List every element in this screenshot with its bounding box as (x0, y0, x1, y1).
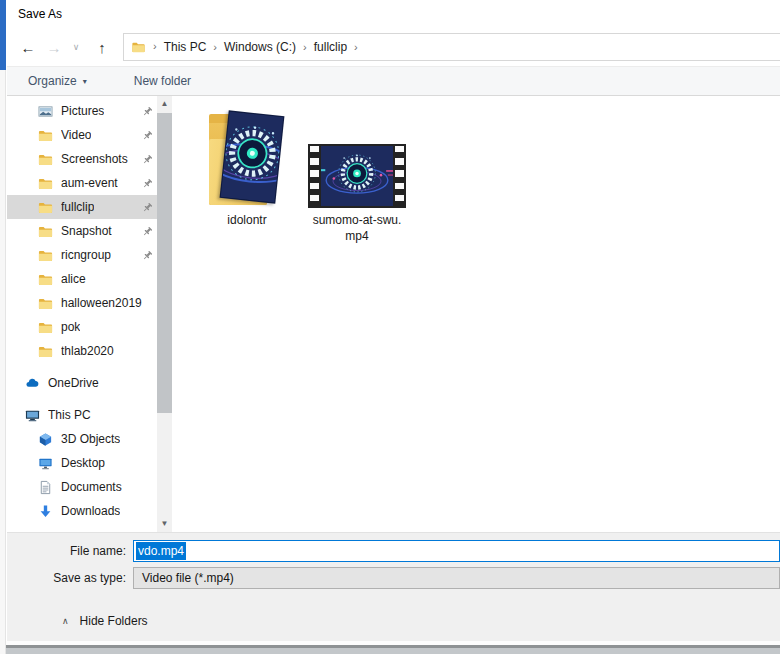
window-bottom-edge (0, 645, 780, 654)
sidebar-item-pictures[interactable]: Pictures (7, 99, 157, 123)
scrollbar-thumb[interactable] (157, 113, 172, 413)
file-label: sumomo-at-swu. mp4 (313, 212, 402, 244)
sidebar-item-label: This PC (48, 408, 91, 422)
chevron-up-icon: ∧ (62, 616, 69, 626)
folder-icon (37, 152, 54, 167)
window-title: Save As (18, 7, 62, 21)
folder-icon (37, 272, 54, 287)
recent-locations-chevron-icon[interactable]: ∨ (67, 43, 85, 52)
sidebar-item-label: thlab2020 (61, 344, 114, 358)
breadcrumb-chevron-icon: › (206, 41, 224, 53)
organize-label: Organize (28, 74, 77, 88)
scroll-down-icon[interactable]: ▼ (157, 516, 172, 532)
folder-icon (37, 320, 54, 335)
save-as-type-value: Video file (*.mp4) (142, 571, 234, 585)
sidebar-item-alice[interactable]: alice (7, 267, 157, 291)
folder-icon (37, 296, 54, 311)
sidebar-item-label: Downloads (61, 504, 120, 518)
sidebar-item-halloween2019[interactable]: halloween2019 (7, 291, 157, 315)
sidebar-item-downloads[interactable]: Downloads (7, 499, 157, 523)
downloads-icon (37, 504, 54, 519)
sidebar-item-label: pok (61, 320, 80, 334)
new-folder-button[interactable]: New folder (134, 74, 191, 88)
title-bar: Save As (7, 0, 780, 28)
sidebar-item-label: ricngroup (61, 248, 111, 262)
navigation-pane: Pictures Video Screenshots aum-event ful… (7, 96, 157, 532)
folder-icon (37, 248, 54, 263)
sidebar-item-snapshot[interactable]: Snapshot (7, 219, 157, 243)
breadcrumb-segment-windows-c-[interactable]: Windows (C:) › (224, 40, 314, 54)
sidebar-item-label: halloween2019 (61, 296, 142, 310)
sidebar-item-label: fullclip (61, 200, 94, 214)
sidebar-item-label: aum-event (61, 176, 118, 190)
sidebar-item-label: 3D Objects (61, 432, 120, 446)
save-as-type-dropdown[interactable]: Video file (*.mp4) (133, 567, 780, 589)
breadcrumb-segment-fullclip[interactable]: fullclip › (314, 40, 365, 54)
command-toolbar: Organize ▾ New folder (7, 66, 780, 96)
chevron-down-icon: ▾ (83, 77, 87, 86)
back-icon[interactable]: ← (15, 40, 41, 55)
sidebar-item-this-pc[interactable]: This PC (7, 403, 157, 427)
documents-icon (37, 480, 54, 495)
folder-icon (131, 40, 146, 54)
file-item-idolontr[interactable]: idolontr (194, 110, 300, 228)
sidebar-item-desktop[interactable]: Desktop (7, 451, 157, 475)
save-form-area: File name: vdo.mp4 Save as type: Video f… (7, 532, 780, 654)
file-item-sumomo-at-swu-mp4[interactable]: sumomo-at-swu. mp4 (304, 110, 410, 244)
breadcrumb-segment-this-pc[interactable]: This PC › (164, 40, 224, 54)
video-thumbnail-icon (308, 144, 406, 208)
hide-folders-button[interactable]: ∧ Hide Folders (58, 612, 152, 630)
pictures-icon (37, 104, 54, 119)
file-name-input[interactable]: vdo.mp4 (133, 540, 780, 562)
sidebar-item-pok[interactable]: pok (7, 315, 157, 339)
folder-icon (37, 200, 54, 215)
sidebar-item-onedrive[interactable]: OneDrive (7, 371, 157, 395)
sidebar-item-label: OneDrive (48, 376, 99, 390)
filmstrip-holes (395, 146, 404, 206)
pin-icon (141, 249, 154, 262)
window-left-border (0, 0, 6, 654)
file-label: idolontr (227, 212, 266, 228)
navigation-bar: ← → ∨ ↑ › This PC › Windows (C:) › fullc… (7, 28, 780, 66)
save-as-type-label: Save as type: (7, 571, 133, 585)
breadcrumb-chevron-icon: › (296, 41, 314, 53)
this-pc-icon (24, 408, 41, 423)
3d-objects-icon (37, 432, 54, 447)
address-bar[interactable]: › This PC › Windows (C:) › fullclip › (123, 33, 780, 61)
pin-icon (141, 153, 154, 166)
folder-thumbnail-icon (207, 112, 287, 208)
sidebar-item-label: Desktop (61, 456, 105, 470)
organize-button[interactable]: Organize ▾ (28, 74, 87, 88)
sidebar-item-screenshots[interactable]: Screenshots (7, 147, 157, 171)
file-list-area: idolontr sumomo-at-swu. mp4 (157, 96, 780, 532)
sidebar-list: Pictures Video Screenshots aum-event ful… (7, 99, 157, 523)
sidebar-item-fullclip[interactable]: fullclip (7, 195, 157, 219)
breadcrumb: › This PC › Windows (C:) › fullclip › (146, 40, 365, 54)
sidebar-item-documents[interactable]: Documents (7, 475, 157, 499)
pin-icon (141, 225, 154, 238)
sidebar-item-thlab2020[interactable]: thlab2020 (7, 339, 157, 363)
sidebar-item-ricngroup[interactable]: ricngroup (7, 243, 157, 267)
pin-icon (141, 105, 154, 118)
sidebar-item-3d-objects[interactable]: 3D Objects (7, 427, 157, 451)
sidebar-item-video[interactable]: Video (7, 123, 157, 147)
folder-icon (37, 344, 54, 359)
sidebar-item-label: Documents (61, 480, 122, 494)
up-icon[interactable]: ↑ (89, 40, 115, 55)
sidebar-item-aum-event[interactable]: aum-event (7, 171, 157, 195)
breadcrumb-chevron-icon: › (347, 41, 365, 53)
pin-icon (141, 177, 154, 190)
sidebar-scrollbar[interactable]: ▲ ▼ (157, 96, 172, 532)
dialog-content: Pictures Video Screenshots aum-event ful… (7, 96, 780, 532)
hide-folders-label: Hide Folders (80, 614, 148, 628)
sidebar-item-label: alice (61, 272, 86, 286)
background-window-edge (0, 0, 6, 70)
pin-icon (141, 129, 154, 142)
forward-icon[interactable]: → (41, 40, 67, 55)
selected-file-name-text: vdo.mp4 (136, 542, 186, 560)
pin-icon (141, 201, 154, 214)
scroll-up-icon[interactable]: ▲ (157, 96, 172, 112)
sidebar-item-label: Video (61, 128, 91, 142)
folder-icon (37, 224, 54, 239)
desktop-icon (37, 456, 54, 471)
